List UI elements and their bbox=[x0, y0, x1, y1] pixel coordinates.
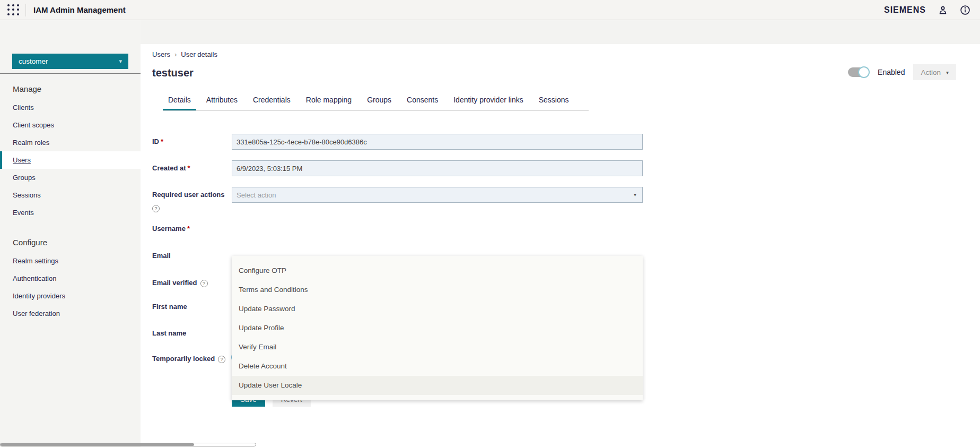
last-name-label: Last name bbox=[152, 325, 232, 341]
form-row-created-at: Created at* bbox=[152, 160, 651, 176]
tab-credentials[interactable]: Credentials bbox=[248, 91, 296, 110]
sidebar-item-user-federation[interactable]: User federation bbox=[0, 305, 141, 322]
required-user-actions-combobox[interactable] bbox=[232, 187, 643, 203]
menu-item-configure-otp[interactable]: Configure OTP bbox=[232, 261, 643, 280]
email-verified-label: Email verified? bbox=[152, 275, 232, 291]
breadcrumb-separator-icon: › bbox=[174, 50, 177, 58]
email-label: Email bbox=[152, 248, 232, 264]
required-asterisk: * bbox=[187, 225, 190, 233]
main-content: Users › User details testuser Enabled Ac… bbox=[141, 44, 980, 447]
required-user-actions-label: Required user actions bbox=[152, 187, 232, 203]
sidebar-item-client-scopes[interactable]: Client scopes bbox=[0, 116, 141, 134]
form-row-required-user-actions: Required user actions ? ▾ Configure OTP … bbox=[152, 187, 651, 203]
menu-item-delete-account[interactable]: Delete Account bbox=[232, 357, 643, 376]
info-icon[interactable] bbox=[960, 5, 970, 15]
first-name-label: First name bbox=[152, 299, 232, 315]
required-asterisk: * bbox=[188, 164, 190, 172]
breadcrumb-link-users[interactable]: Users bbox=[152, 50, 170, 58]
menu-item-terms-and-conditions[interactable]: Terms and Conditions bbox=[232, 280, 643, 299]
page-title: testuser bbox=[152, 67, 194, 79]
id-label: ID* bbox=[152, 134, 232, 150]
tab-consents[interactable]: Consents bbox=[401, 91, 443, 110]
sidebar-item-identity-providers[interactable]: Identity providers bbox=[0, 287, 141, 305]
app-launcher-icon[interactable] bbox=[6, 3, 20, 17]
menu-item-update-user-locale[interactable]: Update User Locale bbox=[232, 376, 643, 395]
temporarily-locked-label: Temporarily locked? bbox=[152, 351, 232, 367]
breadcrumb-current: User details bbox=[181, 50, 217, 58]
sidebar-divider bbox=[0, 73, 141, 74]
enabled-label: Enabled bbox=[878, 68, 905, 76]
tab-sessions[interactable]: Sessions bbox=[533, 91, 574, 110]
sidebar-item-realm-roles[interactable]: Realm roles bbox=[0, 134, 141, 151]
siemens-logo: SIEMENS bbox=[884, 5, 926, 15]
help-icon[interactable]: ? bbox=[200, 280, 208, 287]
menu-item-verify-email[interactable]: Verify Email bbox=[232, 338, 643, 357]
breadcrumb: Users › User details bbox=[152, 50, 217, 58]
tab-attributes[interactable]: Attributes bbox=[201, 91, 243, 110]
user-account-icon[interactable] bbox=[938, 5, 948, 15]
required-asterisk: * bbox=[161, 137, 163, 145]
chevron-down-icon: ▾ bbox=[119, 58, 122, 65]
username-label: Username* bbox=[152, 221, 232, 237]
tab-groups[interactable]: Groups bbox=[362, 91, 397, 110]
realm-selector[interactable]: customer ▾ bbox=[12, 54, 128, 69]
tab-identity-provider-links[interactable]: Identity provider links bbox=[448, 91, 529, 110]
realm-selector-label: customer bbox=[19, 57, 48, 65]
sidebar-item-groups[interactable]: Groups bbox=[0, 169, 141, 186]
sidebar-item-authentication[interactable]: Authentication bbox=[0, 270, 141, 287]
form-row-id: ID* bbox=[152, 134, 651, 150]
sidebar-item-sessions[interactable]: Sessions bbox=[0, 186, 141, 204]
tab-role-mapping[interactable]: Role mapping bbox=[301, 91, 357, 110]
sidebar-item-realm-settings[interactable]: Realm settings bbox=[0, 252, 141, 270]
created-at-label: Created at* bbox=[152, 160, 232, 176]
action-dropdown-button[interactable]: Action ▾ bbox=[913, 64, 956, 80]
sidebar-item-users[interactable]: Users bbox=[0, 151, 141, 169]
masthead: IAM Admin Management SIEMENS bbox=[0, 0, 980, 20]
app-title: IAM Admin Management bbox=[25, 4, 126, 16]
menu-item-update-password[interactable]: Update Password bbox=[232, 299, 643, 319]
enabled-toggle[interactable] bbox=[848, 67, 869, 77]
toggle-knob bbox=[858, 66, 870, 78]
sidebar: customer ▾ Manage Clients Client scopes … bbox=[0, 20, 141, 447]
sidebar-item-clients[interactable]: Clients bbox=[0, 99, 141, 116]
horizontal-scrollbar[interactable] bbox=[0, 443, 256, 446]
created-at-field[interactable] bbox=[232, 160, 643, 176]
nav-heading-manage: Manage bbox=[0, 80, 141, 99]
chevron-down-icon: ▾ bbox=[946, 70, 949, 75]
tab-bar: Details Attributes Credentials Role mapp… bbox=[163, 91, 589, 111]
sidebar-item-events[interactable]: Events bbox=[0, 204, 141, 221]
nav-heading-configure: Configure bbox=[0, 233, 141, 252]
tab-details[interactable]: Details bbox=[163, 91, 196, 110]
scrollbar-thumb[interactable] bbox=[1, 443, 194, 446]
form-row-username: Username* bbox=[152, 221, 651, 237]
menu-item-update-profile[interactable]: Update Profile bbox=[232, 319, 643, 338]
required-user-actions-menu: Configure OTP Terms and Conditions Updat… bbox=[232, 256, 643, 400]
help-icon[interactable]: ? bbox=[218, 356, 225, 363]
help-icon[interactable]: ? bbox=[152, 205, 160, 212]
id-field[interactable] bbox=[232, 134, 643, 150]
sidebar-nav: Manage Clients Client scopes Realm roles… bbox=[0, 80, 141, 322]
